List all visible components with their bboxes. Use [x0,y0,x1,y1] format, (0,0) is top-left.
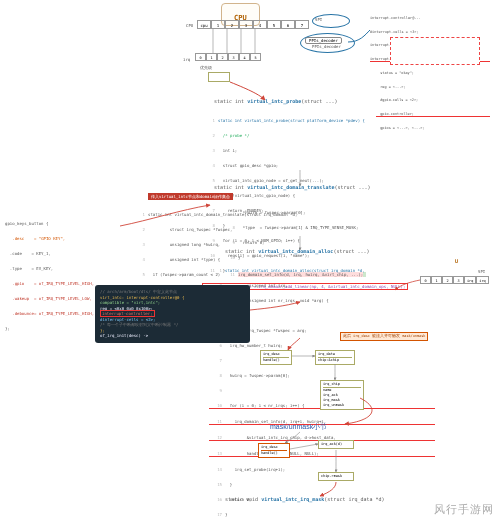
cpu-cells: cpu 1 2 3 4 5 6 7 [197,20,309,29]
code3-title: static int virtual_intc_domain_alloc(str… [225,248,370,254]
irq-cell: 0 [195,53,206,61]
chip-mask-box: chip->mask [318,472,354,481]
cpu-cell: 5 [267,20,281,29]
irq-label: irq [183,57,190,62]
irq-ack-box: irq_ack(d) [318,440,354,449]
irq-desc-box-1: irq_desc handle() [260,350,292,365]
irq-cell: 2 [217,53,228,61]
code3-spi: SPI [478,269,485,274]
cpu-cell: 6 [281,20,295,29]
irq-desc-box-2: irq_desc handle() [258,443,290,458]
watermark: 风行手游网 [434,502,494,517]
cpu-cell: 3 [239,20,253,29]
code3-U: U [455,258,458,264]
irq-cell: 3 [228,53,239,61]
blue-ellipse-1 [300,33,355,53]
code3-cells: 0 1 2 3 irq irq [420,276,489,284]
irq-data-box: irq_data chip:&chip [315,350,355,365]
mask-section-title: mask/unmask小节 [270,422,327,432]
dark-dts: // arch/arm/boot/dts/ 中定义此节点 virt_intc: … [95,285,250,343]
priority-label: 优先级 [200,65,212,70]
small-box-1 [208,72,230,82]
cpu-cell: 1 [211,20,225,29]
irq-priority-cells: 0 1 2 3 4 5 [195,53,261,61]
code1-title: static int virtual_intc_probe(struct ...… [214,98,337,104]
cpu-cell: 4 [253,20,267,29]
irq-cell: 1 [206,53,217,61]
cpu-cell: 7 [295,20,309,29]
irq-cell: 5 [250,53,261,61]
cpu-row-label: CPU [186,23,193,28]
tail-fn: static void virtual_intc_irq_mask(struct… [225,496,385,502]
dts-tree-header: interrupt-controller@... [370,16,490,21]
cpu-cell: 2 [225,20,239,29]
blue-ellipse-2 [312,14,350,28]
irq-chip-box: irq_chip name irq_ack irq_mask irq_unmas… [320,380,364,410]
cpu-cell: cpu [197,20,211,29]
dts-tree-highlight [390,37,480,65]
code3-callout: 此后 irq_desc 被挂入并可触发 mask/unmask [340,332,428,341]
code2-title: static int virtual_intc_domain_translate… [214,184,371,190]
irq-cell: 4 [239,53,250,61]
